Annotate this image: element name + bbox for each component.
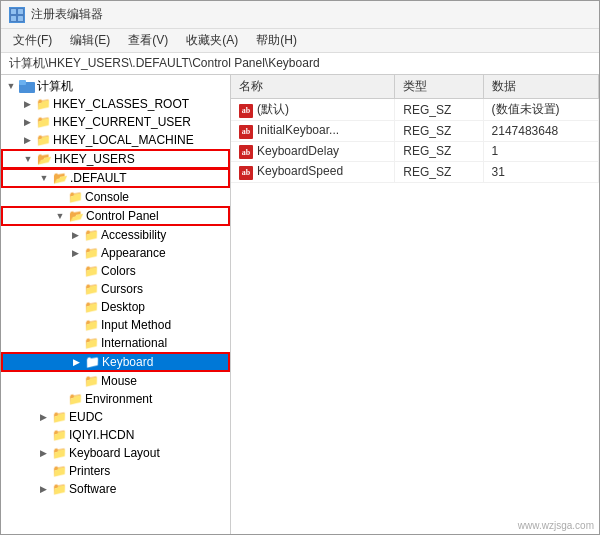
expand-icon-appearance[interactable]: ▶ — [67, 245, 83, 261]
folder-icon-colors: 📁 — [83, 263, 99, 279]
menu-view[interactable]: 查看(V) — [120, 30, 176, 51]
table-row[interactable]: abInitialKeyboar... REG_SZ 2147483648 — [231, 121, 599, 142]
tree-node-hklm[interactable]: ▶ 📁 HKEY_LOCAL_MACHINE — [1, 131, 230, 149]
tree-node-mouse[interactable]: ▶ 📁 Mouse — [1, 372, 230, 390]
folder-icon-software: 📁 — [51, 481, 67, 497]
cell-name: abKeyboardSpeed — [231, 162, 395, 183]
window-title: 注册表编辑器 — [31, 6, 103, 23]
folder-icon-appearance: 📁 — [83, 245, 99, 261]
svg-rect-3 — [11, 16, 16, 21]
tree-node-eudc[interactable]: ▶ 📁 EUDC — [1, 408, 230, 426]
folder-icon-iqiyi: 📁 — [51, 427, 67, 443]
expand-icon-software[interactable]: ▶ — [35, 481, 51, 497]
tree-node-colors[interactable]: ▶ 📁 Colors — [1, 262, 230, 280]
menu-help[interactable]: 帮助(H) — [248, 30, 305, 51]
reg-icon: ab — [239, 166, 253, 180]
cell-type: REG_SZ — [395, 121, 483, 142]
tree-node-hkcu[interactable]: ▶ 📁 HKEY_CURRENT_USER — [1, 113, 230, 131]
cell-data: (数值未设置) — [483, 99, 598, 121]
tree-node-console[interactable]: ▶ 📁 Console — [1, 188, 230, 206]
svg-rect-2 — [18, 9, 23, 14]
node-label-international: International — [101, 336, 167, 350]
folder-icon-eudc: 📁 — [51, 409, 67, 425]
tree-node-accessibility[interactable]: ▶ 📁 Accessibility — [1, 226, 230, 244]
main-content: ▼ 计算机 ▶ 📁 HKEY_CLASSES_ROOT ▶ — [1, 75, 599, 534]
node-label-cursors: Cursors — [101, 282, 143, 296]
folder-icon-hklm: 📁 — [35, 132, 51, 148]
app-icon — [9, 7, 25, 23]
tree-node-keyboard[interactable]: ▶ 📁 Keyboard — [2, 353, 229, 371]
col-header-data: 数据 — [483, 75, 598, 99]
node-label-colors: Colors — [101, 264, 136, 278]
svg-rect-4 — [18, 16, 23, 21]
table-row[interactable]: abKeyboardDelay REG_SZ 1 — [231, 141, 599, 162]
folder-icon-environment: 📁 — [67, 391, 83, 407]
tree-node-controlpanel[interactable]: ▼ 📂 Control Panel — [2, 207, 229, 225]
tree-node-iqiyi[interactable]: ▶ 📁 IQIYI.HCDN — [1, 426, 230, 444]
tree-node-printers[interactable]: ▶ 📁 Printers — [1, 462, 230, 480]
node-label-appearance: Appearance — [101, 246, 166, 260]
tree-node-hkcr[interactable]: ▶ 📁 HKEY_CLASSES_ROOT — [1, 95, 230, 113]
cell-name: ab(默认) — [231, 99, 395, 121]
reg-icon: ab — [239, 125, 253, 139]
folder-icon-desktop: 📁 — [83, 299, 99, 315]
tree-node-desktop[interactable]: ▶ 📁 Desktop — [1, 298, 230, 316]
tree-node-keyboardlayout[interactable]: ▶ 📁 Keyboard Layout — [1, 444, 230, 462]
folder-icon-default: 📂 — [52, 170, 68, 186]
node-label-keyboardlayout: Keyboard Layout — [69, 446, 160, 460]
tree-node-hku[interactable]: ▼ 📂 HKEY_USERS — [2, 150, 229, 168]
node-label-hkcu: HKEY_CURRENT_USER — [53, 115, 191, 129]
node-label-keyboard: Keyboard — [102, 355, 153, 369]
tree-node-international[interactable]: ▶ 📁 International — [1, 334, 230, 352]
node-label-desktop: Desktop — [101, 300, 145, 314]
col-header-type: 类型 — [395, 75, 483, 99]
cell-type: REG_SZ — [395, 141, 483, 162]
expand-icon-default[interactable]: ▼ — [36, 170, 52, 186]
tree-node-environment[interactable]: ▶ 📁 Environment — [1, 390, 230, 408]
tree-node-appearance[interactable]: ▶ 📁 Appearance — [1, 244, 230, 262]
reg-icon: ab — [239, 104, 253, 118]
menu-file[interactable]: 文件(F) — [5, 30, 60, 51]
cell-data: 1 — [483, 141, 598, 162]
tree-node-cursors[interactable]: ▶ 📁 Cursors — [1, 280, 230, 298]
table-row[interactable]: abKeyboardSpeed REG_SZ 31 — [231, 162, 599, 183]
cell-name: abInitialKeyboar... — [231, 121, 395, 142]
expand-icon-accessibility[interactable]: ▶ — [67, 227, 83, 243]
node-label-inputmethod: Input Method — [101, 318, 171, 332]
folder-icon-console: 📁 — [67, 189, 83, 205]
folder-icon-international: 📁 — [83, 335, 99, 351]
cell-type: REG_SZ — [395, 99, 483, 121]
tree-node-computer[interactable]: ▼ 计算机 — [1, 77, 230, 95]
expand-icon-hklm[interactable]: ▶ — [19, 132, 35, 148]
table-row[interactable]: ab(默认) REG_SZ (数值未设置) — [231, 99, 599, 121]
tree-node-software[interactable]: ▶ 📁 Software — [1, 480, 230, 498]
folder-icon-mouse: 📁 — [83, 373, 99, 389]
menu-edit[interactable]: 编辑(E) — [62, 30, 118, 51]
node-label-printers: Printers — [69, 464, 110, 478]
expand-icon-computer[interactable]: ▼ — [3, 78, 19, 94]
tree-node-default[interactable]: ▼ 📂 .DEFAULT — [2, 169, 229, 187]
registry-table-panel: 名称 类型 数据 ab(默认) REG_SZ (数值未设置) abInitial… — [231, 75, 599, 534]
expand-icon-keyboardlayout[interactable]: ▶ — [35, 445, 51, 461]
expand-icon-eudc[interactable]: ▶ — [35, 409, 51, 425]
folder-icon-accessibility: 📁 — [83, 227, 99, 243]
expand-icon-hku[interactable]: ▼ — [20, 151, 36, 167]
svg-rect-1 — [11, 9, 16, 14]
folder-icon-cursors: 📁 — [83, 281, 99, 297]
node-label-default: .DEFAULT — [70, 171, 126, 185]
expand-icon-hkcr[interactable]: ▶ — [19, 96, 35, 112]
title-bar: 注册表编辑器 — [1, 1, 599, 29]
expand-icon-keyboard[interactable]: ▶ — [68, 354, 84, 370]
node-label-accessibility: Accessibility — [101, 228, 166, 242]
tree-node-inputmethod[interactable]: ▶ 📁 Input Method — [1, 316, 230, 334]
watermark: www.wzjsga.com — [518, 520, 594, 531]
node-label-iqiyi: IQIYI.HCDN — [69, 428, 134, 442]
cell-data: 2147483648 — [483, 121, 598, 142]
expand-icon-hkcu[interactable]: ▶ — [19, 114, 35, 130]
expand-icon-controlpanel[interactable]: ▼ — [52, 208, 68, 224]
node-label-computer: 计算机 — [37, 78, 73, 95]
tree-panel[interactable]: ▼ 计算机 ▶ 📁 HKEY_CLASSES_ROOT ▶ — [1, 75, 231, 534]
folder-icon-printers: 📁 — [51, 463, 67, 479]
menu-bar: 文件(F) 编辑(E) 查看(V) 收藏夹(A) 帮助(H) — [1, 29, 599, 53]
menu-favorites[interactable]: 收藏夹(A) — [178, 30, 246, 51]
